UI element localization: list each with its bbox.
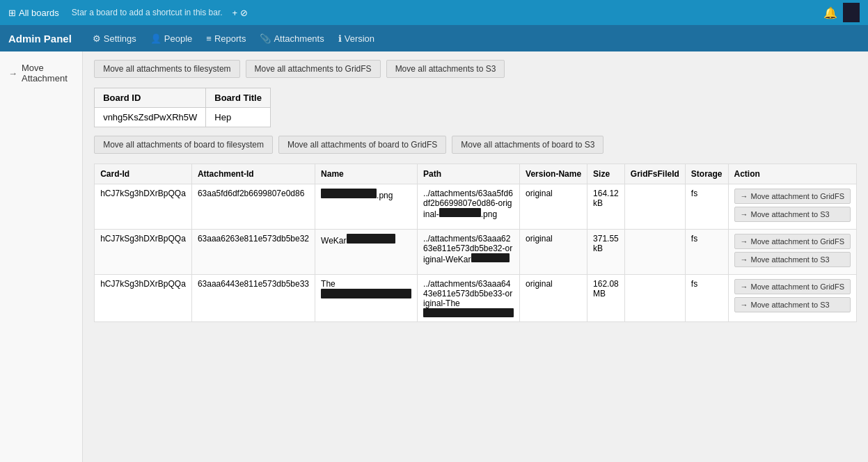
nav-version[interactable]: ℹ Version <box>338 33 374 44</box>
nav-people[interactable]: 👤 People <box>150 33 192 44</box>
move-all-filesystem-button[interactable]: Move all attachments to filesystem <box>94 60 239 78</box>
board-title-header: Board Title <box>206 88 271 108</box>
nav-reports[interactable]: ≡ Reports <box>206 33 246 44</box>
cell-path: ../attachments/63aa5fd6df2b6699807e0d86-… <box>418 184 520 230</box>
sidebar: → Move Attachment <box>0 51 83 462</box>
board-action-buttons: Move all attachments of board to filesys… <box>94 136 857 154</box>
attachments-table: Card-Id Attachment-Id Name Path Version-… <box>94 164 857 322</box>
cell-attachment-id: 63aa5fd6df2b6699807e0d86 <box>191 184 315 230</box>
col-version-name: Version-Name <box>520 164 587 184</box>
table-row: hCJ7kSg3hDXrBpQQa63aaa6263e811e573db5be3… <box>95 230 857 275</box>
admin-panel-title: Admin Panel <box>8 33 72 45</box>
cell-path: ../attachments/63aaa6443e811e573db5be33-… <box>418 275 520 322</box>
cell-gridfs <box>624 230 685 275</box>
version-label: Version <box>345 33 374 44</box>
all-boards-label: All boards <box>19 8 59 18</box>
cell-actions: → Move attachment to GridFS→ Move attach… <box>728 184 857 230</box>
people-icon: 👤 <box>150 33 161 44</box>
cell-storage: fs <box>685 275 728 322</box>
col-size: Size <box>587 164 625 184</box>
col-name: Name <box>315 164 418 184</box>
col-gridfs: GridFsFileId <box>624 164 685 184</box>
settings-label: Settings <box>104 33 136 44</box>
table-row: hCJ7kSg3hDXrBpQQa63aa5fd6df2b6699807e0d8… <box>95 184 857 230</box>
move-to-gridfs-button[interactable]: → Move attachment to GridFS <box>734 189 851 204</box>
move-board-s3-button[interactable]: Move all attachments of board to S3 <box>452 136 603 154</box>
content-area: Move all attachments to filesystem Move … <box>83 51 868 462</box>
cell-card-id: hCJ7kSg3hDXrBpQQa <box>95 230 192 275</box>
people-label: People <box>164 33 192 44</box>
cell-version-name: original <box>520 230 587 275</box>
notification-icon[interactable]: 🔔 <box>823 6 837 19</box>
user-button[interactable] <box>843 3 860 22</box>
board-info-table: Board ID Board Title vnhg5KsZsdPwXRh5W H… <box>94 88 271 127</box>
col-storage: Storage <box>685 164 728 184</box>
sidebar-item-move-attachment[interactable]: → Move Attachment <box>0 57 82 89</box>
all-boards-link[interactable]: ⊞ All boards <box>8 8 59 18</box>
plus-icon[interactable]: + <box>232 8 238 18</box>
arrow-icon: → <box>741 301 748 309</box>
board-id-header: Board ID <box>95 88 206 108</box>
col-path: Path <box>418 164 520 184</box>
move-board-filesystem-button[interactable]: Move all attachments of board to filesys… <box>94 136 273 154</box>
home-icon: ⊞ <box>8 8 16 18</box>
col-attachment-id: Attachment-Id <box>191 164 315 184</box>
cell-name: WeKar <box>315 230 418 275</box>
move-to-s3-button[interactable]: → Move attachment to S3 <box>734 207 851 222</box>
cell-attachment-id: 63aaa6263e811e573db5be32 <box>191 230 315 275</box>
cell-card-id: hCJ7kSg3hDXrBpQQa <box>95 275 192 322</box>
cell-path: ../attachments/63aaa6263e811e573db5be32-… <box>418 230 520 275</box>
cell-size: 371.55 kB <box>587 230 625 275</box>
topbar-right: 🔔 <box>823 3 860 22</box>
admin-bar: Admin Panel ⚙ Settings 👤 People ≡ Report… <box>0 25 868 51</box>
global-action-buttons: Move all attachments to filesystem Move … <box>94 60 857 78</box>
board-id-value: vnhg5KsZsdPwXRh5W <box>95 108 206 127</box>
settings-icon: ⚙ <box>93 33 101 44</box>
topbar-icons: + ⊘ <box>232 8 248 18</box>
move-board-gridfs-button[interactable]: Move all attachments of board to GridFS <box>278 136 446 154</box>
table-row: hCJ7kSg3hDXrBpQQa63aaa6443e811e573db5be3… <box>95 275 857 322</box>
cell-attachment-id: 63aaa6443e811e573db5be33 <box>191 275 315 322</box>
cell-gridfs <box>624 275 685 322</box>
cell-version-name: original <box>520 275 587 322</box>
move-to-s3-button[interactable]: → Move attachment to S3 <box>734 297 851 312</box>
arrow-icon: → <box>741 237 748 246</box>
board-row: vnhg5KsZsdPwXRh5W Hep <box>95 108 271 127</box>
cell-actions: → Move attachment to GridFS→ Move attach… <box>728 230 857 275</box>
version-icon: ℹ <box>338 33 342 44</box>
cell-size: 164.12 kB <box>587 184 625 230</box>
move-to-s3-button[interactable]: → Move attachment to S3 <box>734 252 851 267</box>
cell-storage: fs <box>685 230 728 275</box>
arrow-right-icon: → <box>8 68 17 79</box>
nav-attachments[interactable]: 📎 Attachments <box>260 33 324 44</box>
move-all-s3-button[interactable]: Move all attachments to S3 <box>386 60 505 78</box>
main-layout: → Move Attachment Move all attachments t… <box>0 51 868 462</box>
move-to-gridfs-button[interactable]: → Move attachment to GridFS <box>734 279 851 294</box>
cell-actions: → Move attachment to GridFS→ Move attach… <box>728 275 857 322</box>
arrow-icon: → <box>741 192 748 200</box>
cell-version-name: original <box>520 184 587 230</box>
arrow-icon: → <box>741 210 748 218</box>
cell-name: .png <box>315 184 418 230</box>
attachments-label: Attachments <box>274 33 324 44</box>
board-title-value: Hep <box>206 108 271 127</box>
cell-card-id: hCJ7kSg3hDXrBpQQa <box>95 184 192 230</box>
cell-storage: fs <box>685 184 728 230</box>
cell-size: 162.08 MB <box>587 275 625 322</box>
info-circle-icon[interactable]: ⊘ <box>240 8 248 18</box>
reports-icon: ≡ <box>206 33 212 44</box>
top-bar: ⊞ All boards Star a board to add a short… <box>0 0 868 25</box>
sidebar-item-label: Move Attachment <box>22 63 74 83</box>
cell-gridfs <box>624 184 685 230</box>
nav-settings[interactable]: ⚙ Settings <box>93 33 136 44</box>
col-card-id: Card-Id <box>95 164 192 184</box>
arrow-icon: → <box>741 255 748 264</box>
cell-name: The <box>315 275 418 322</box>
move-all-gridfs-button[interactable]: Move all attachments to GridFS <box>246 60 381 78</box>
attachments-icon: 📎 <box>260 33 271 44</box>
star-text: Star a board to add a shortcut in this b… <box>72 8 223 17</box>
move-to-gridfs-button[interactable]: → Move attachment to GridFS <box>734 234 851 249</box>
col-action: Action <box>728 164 857 184</box>
reports-label: Reports <box>214 33 246 44</box>
arrow-icon: → <box>741 282 748 291</box>
